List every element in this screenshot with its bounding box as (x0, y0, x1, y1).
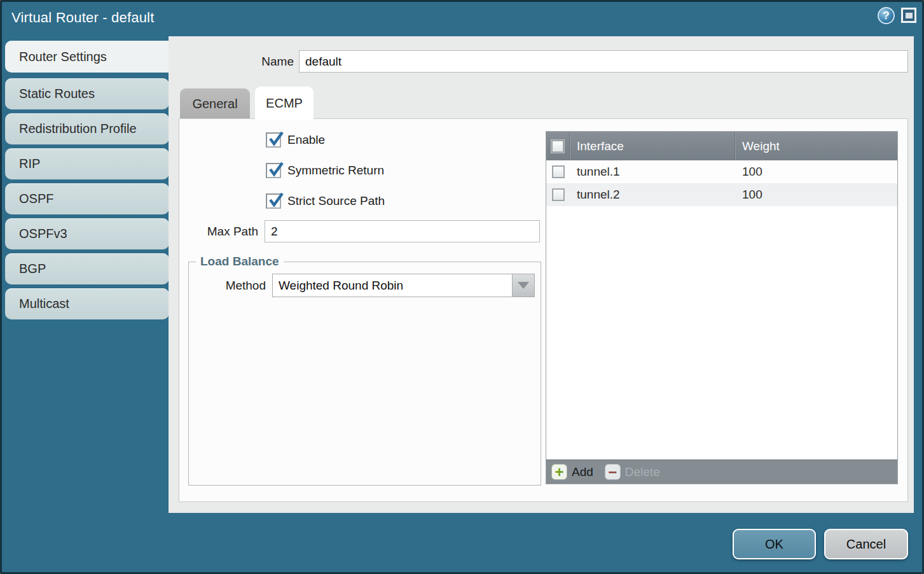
cancel-button[interactable]: Cancel (824, 529, 908, 559)
method-dropdown-value: Weighted Round Robin (273, 279, 512, 293)
sidebar-item-multicast[interactable]: Multicast (5, 288, 169, 319)
help-glyph: ? (883, 10, 889, 22)
check-icon (268, 130, 284, 147)
enable-checkbox[interactable] (266, 132, 281, 148)
row-checkbox[interactable] (552, 188, 565, 201)
interface-table: Interface Weight tunnel.1 100 tunnel.2 1… (546, 131, 898, 484)
add-label: Add (572, 465, 593, 479)
row-checkbox[interactable] (552, 165, 565, 178)
sidebar-item-label: OSPF (19, 192, 53, 206)
strict-source-path-checkbox[interactable] (266, 193, 281, 209)
sidebar-item-label: RIP (19, 157, 40, 171)
ecmp-panel: Enable Symmetric Return Strict Source Pa… (179, 118, 908, 502)
delete-label: Delete (625, 465, 660, 479)
column-header-weight[interactable]: Weight (735, 139, 897, 153)
delete-button[interactable]: − Delete (605, 464, 660, 480)
table-header: Interface Weight (546, 132, 897, 160)
strict-source-path-row: Strict Source Path (266, 193, 385, 209)
sidebar-item-label: Multicast (19, 297, 69, 311)
table-row[interactable]: tunnel.2 100 (546, 183, 897, 206)
sidebar-item-bgp[interactable]: BGP (5, 253, 169, 284)
load-balance-legend: Load Balance (196, 255, 284, 269)
column-header-interface[interactable]: Interface (570, 132, 735, 160)
virtual-router-dialog: Virtual Router - default ? Router Settin… (0, 0, 924, 574)
max-path-input[interactable] (265, 220, 540, 242)
add-icon: + (551, 464, 567, 480)
check-icon (268, 161, 284, 178)
table-row[interactable]: tunnel.1 100 (546, 160, 897, 183)
method-label: Method (198, 279, 266, 293)
symmetric-return-row: Symmetric Return (266, 163, 384, 178)
sidebar-item-redistribution-profile[interactable]: Redistribution Profile (5, 113, 169, 144)
table-toolbar: + Add − Delete (546, 459, 897, 484)
enable-label: Enable (287, 133, 325, 147)
symmetric-return-label: Symmetric Return (287, 164, 384, 178)
sidebar-item-label: Router Settings (19, 50, 107, 64)
sidebar-item-router-settings[interactable]: Router Settings (5, 41, 170, 73)
sidebar-item-label: Static Routes (19, 87, 95, 101)
method-dropdown[interactable]: Weighted Round Robin (272, 274, 535, 297)
select-all-checkbox[interactable] (551, 140, 564, 153)
sidebar-item-label: Redistribution Profile (19, 122, 137, 136)
sidebar-item-static-routes[interactable]: Static Routes (5, 78, 169, 109)
name-input[interactable] (299, 50, 908, 73)
add-button[interactable]: + Add (551, 464, 593, 480)
tab-label: General (192, 97, 237, 111)
sidebar-item-ospfv3[interactable]: OSPFv3 (5, 218, 169, 249)
popout-inner-rect (906, 13, 913, 18)
strict-source-path-label: Strict Source Path (287, 194, 385, 208)
max-path-label: Max Path (188, 225, 258, 239)
cell-interface: tunnel.2 (570, 183, 735, 206)
content-area: Name General ECMP Enable Symmetric Retur… (169, 36, 914, 513)
cell-weight: 100 (735, 188, 897, 202)
tab-ecmp[interactable]: ECMP (255, 87, 314, 120)
sidebar-item-rip[interactable]: RIP (5, 148, 169, 179)
check-icon (268, 192, 284, 208)
symmetric-return-checkbox[interactable] (266, 163, 281, 178)
enable-row: Enable (266, 132, 325, 148)
popout-icon[interactable] (901, 8, 916, 23)
dropdown-arrow-button[interactable] (512, 274, 534, 297)
name-label: Name (237, 55, 294, 69)
chevron-down-icon (518, 282, 529, 289)
sidebar-item-ospf[interactable]: OSPF (5, 183, 169, 214)
cell-interface: tunnel.1 (570, 160, 735, 183)
sidebar-item-label: OSPFv3 (19, 227, 67, 241)
tab-label: ECMP (266, 96, 303, 111)
help-icon[interactable]: ? (878, 7, 895, 24)
cell-weight: 100 (735, 165, 897, 179)
ok-button[interactable]: OK (733, 529, 816, 559)
delete-icon: − (605, 464, 621, 480)
sidebar-item-label: BGP (19, 262, 46, 276)
dialog-title: Virtual Router - default (11, 10, 155, 26)
tab-general[interactable]: General (180, 88, 250, 119)
